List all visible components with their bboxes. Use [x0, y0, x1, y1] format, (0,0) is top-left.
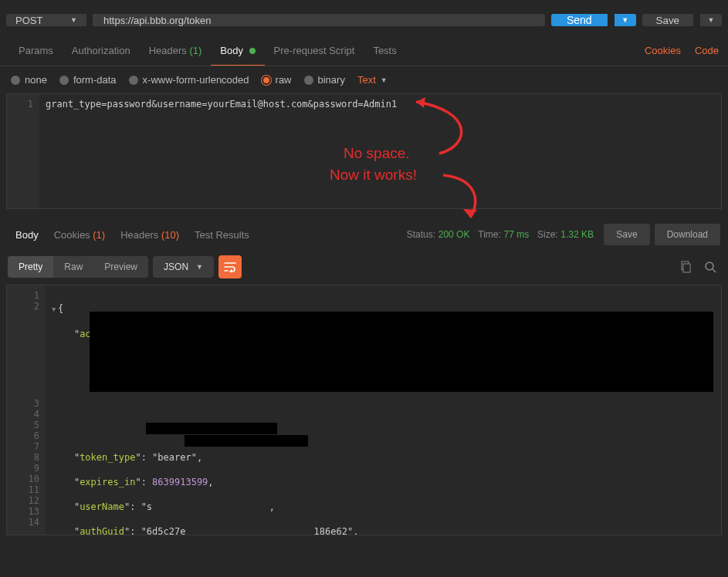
- send-button[interactable]: Send: [551, 14, 608, 26]
- http-method-label: POST: [15, 15, 42, 26]
- redaction-box: [146, 423, 277, 434]
- line-number: 7: [7, 441, 39, 452]
- code-link[interactable]: Code: [695, 45, 719, 56]
- svg-line-5: [713, 269, 716, 272]
- tab-response-cookies[interactable]: Cookies (1): [46, 221, 113, 248]
- redaction-box: [185, 435, 308, 447]
- json-value: 8639913599: [152, 477, 208, 488]
- http-method-select[interactable]: POST ▼: [6, 14, 86, 26]
- body-type-xwww[interactable]: x-www-form-urlencoded: [129, 74, 249, 86]
- tab-params[interactable]: Params: [9, 36, 63, 65]
- wrap-icon: [224, 262, 236, 272]
- view-raw[interactable]: Raw: [53, 256, 93, 278]
- line-number: 3: [7, 398, 39, 409]
- json-key: authGuid: [80, 526, 124, 535]
- body-type-form-data[interactable]: form-data: [59, 74, 117, 86]
- tab-test-results[interactable]: Test Results: [187, 221, 257, 248]
- body-type-binary-label: binary: [318, 74, 345, 86]
- radio-icon: [129, 76, 138, 85]
- editor-content[interactable]: grant_type=password&username=yourEmail@h…: [39, 94, 721, 208]
- tab-authorization[interactable]: Authorization: [63, 36, 140, 65]
- radio-icon: [11, 76, 20, 85]
- cookies-link[interactable]: Cookies: [645, 45, 681, 56]
- json-value: 6d5c27e: [147, 526, 186, 535]
- tab-headers[interactable]: Headers (1): [140, 36, 212, 65]
- tab-response-body[interactable]: Body: [8, 221, 46, 248]
- tab-tests[interactable]: Tests: [364, 36, 405, 65]
- save-button[interactable]: Save: [642, 14, 693, 26]
- line-number: 10: [7, 474, 39, 484]
- view-preview[interactable]: Preview: [93, 256, 148, 278]
- line-number: 2: [7, 301, 39, 312]
- cookies-label: Cookies: [54, 229, 90, 241]
- body-type-binary[interactable]: binary: [304, 74, 345, 86]
- line-number: 1: [7, 99, 33, 110]
- url-input[interactable]: [93, 14, 545, 26]
- tab-prerequest[interactable]: Pre-request Script: [265, 36, 364, 65]
- cookies-count: (1): [93, 229, 105, 241]
- line-number: 6: [7, 430, 39, 441]
- request-body-text: grant_type=password&username=yourEmail@h…: [46, 99, 397, 110]
- content-type-label: Text: [357, 74, 376, 86]
- request-bar: POST ▼ Send ▼ Save ▼: [0, 0, 728, 35]
- send-dropdown-button[interactable]: ▼: [615, 14, 636, 26]
- request-body-editor[interactable]: 1 grant_type=password&username=yourEmail…: [6, 93, 722, 209]
- svg-point-4: [706, 262, 713, 270]
- headers-label: Headers: [120, 229, 158, 241]
- download-response-button[interactable]: Download: [655, 224, 720, 245]
- json-key: userName: [80, 501, 124, 512]
- time-label: Time:: [478, 229, 501, 240]
- line-number: 1: [7, 290, 39, 301]
- chevron-down-icon: ▼: [70, 16, 77, 24]
- view-pretty[interactable]: Pretty: [8, 256, 53, 278]
- json-value: s: [147, 501, 152, 512]
- copy-icon: [679, 261, 692, 273]
- line-number: 4: [7, 409, 39, 420]
- editor-gutter: 1: [7, 94, 39, 208]
- content-type-select[interactable]: Text ▼: [357, 74, 388, 86]
- chevron-down-icon: ▼: [708, 16, 715, 24]
- chevron-down-icon: ▼: [381, 76, 388, 84]
- tab-headers-label: Headers: [149, 45, 187, 56]
- json-value: bearer: [157, 452, 191, 463]
- time-value: 77 ms: [503, 229, 529, 240]
- json-key: token_type: [80, 452, 135, 463]
- json-key: expires_in: [80, 477, 135, 488]
- body-type-form-data-label: form-data: [73, 74, 117, 86]
- json-value: 186e62: [314, 526, 347, 535]
- body-type-xwww-label: x-www-form-urlencoded: [143, 74, 249, 86]
- save-response-button[interactable]: Save: [604, 224, 649, 245]
- status-label: Status:: [407, 229, 435, 240]
- body-type-raw-label: raw: [276, 74, 292, 86]
- size-value: 1.32 KB: [560, 229, 594, 240]
- response-tabs: Body Cookies (1) Headers (10) Test Resul…: [0, 220, 728, 249]
- line-wrap-button[interactable]: [218, 255, 242, 278]
- language-label: JSON: [164, 262, 188, 272]
- view-mode-segment: Pretty Raw Preview: [8, 256, 148, 278]
- line-number: 8: [7, 452, 39, 463]
- editor-gutter: 1 2 3 4 5 6 7 8 9 10 11 12 13 14: [7, 285, 46, 535]
- search-icon: [704, 261, 716, 273]
- search-button[interactable]: [700, 257, 720, 277]
- request-tabs: Params Authorization Headers (1) Body Pr…: [0, 35, 728, 66]
- body-type-row: none form-data x-www-form-urlencoded raw…: [0, 66, 728, 93]
- headers-count: (10): [161, 229, 179, 241]
- response-view-row: Pretty Raw Preview JSON ▼: [0, 249, 728, 285]
- svg-marker-1: [463, 209, 477, 218]
- language-select[interactable]: JSON ▼: [153, 256, 214, 278]
- tab-body[interactable]: Body: [211, 36, 264, 66]
- body-indicator-icon: [249, 48, 256, 54]
- copy-button[interactable]: [676, 257, 696, 277]
- radio-icon: [59, 76, 69, 85]
- save-dropdown-button[interactable]: ▼: [700, 14, 722, 26]
- body-type-none[interactable]: none: [11, 74, 47, 86]
- response-body-editor[interactable]: 1 2 3 4 5 6 7 8 9 10 11 12 13 14 ▼{ "acc…: [6, 285, 722, 535]
- svg-rect-3: [683, 264, 690, 272]
- status-value: 200 OK: [438, 229, 470, 240]
- body-type-raw[interactable]: raw: [262, 74, 292, 86]
- tab-response-headers[interactable]: Headers (10): [113, 221, 187, 248]
- chevron-down-icon: ▼: [196, 263, 203, 271]
- tab-body-label: Body: [220, 45, 243, 56]
- radio-icon: [304, 76, 313, 85]
- line-number: 9: [7, 463, 39, 474]
